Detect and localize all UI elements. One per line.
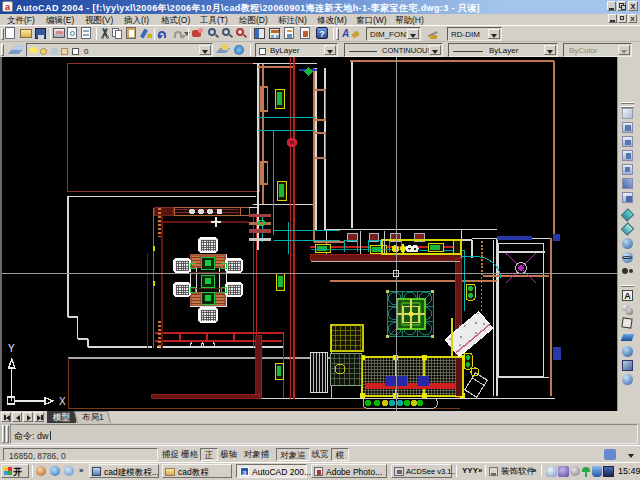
svg-text:Y: Y	[8, 343, 15, 354]
svg-text:X: X	[59, 396, 66, 407]
